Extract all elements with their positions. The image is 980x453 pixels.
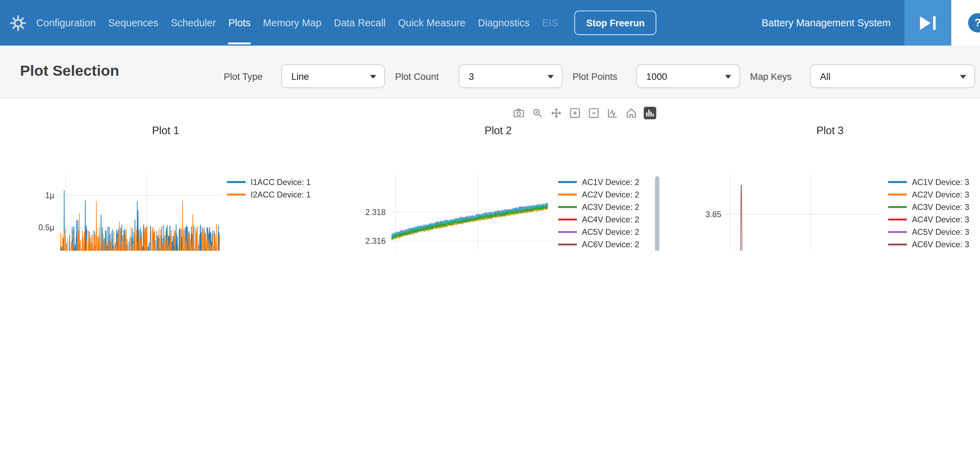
legend-scrollbar[interactable] [655, 176, 660, 251]
plot-3-canvas[interactable]: 3.853.83.755001000 [684, 169, 897, 251]
zoom-out-icon[interactable] [588, 107, 600, 119]
plot-type-label: Plot Type [224, 71, 262, 82]
legend-entry[interactable]: I1ACC Device: 1 [227, 176, 311, 188]
legend-swatch [888, 206, 907, 207]
map-keys-select[interactable]: All [810, 64, 975, 88]
legend-label: AC4V Device: 2 [582, 214, 639, 224]
plot-title: Plot 1 [152, 125, 179, 137]
series-line [392, 205, 548, 239]
legend-label: AC1V Device: 3 [912, 177, 969, 186]
legend-label: AC2V Device: 2 [582, 190, 639, 199]
nav-item-data-recall[interactable]: Data Recall [334, 0, 385, 46]
legend-entry[interactable]: AC7V Device: 2 [558, 250, 644, 251]
plot-points-label: Plot Points [572, 71, 617, 82]
y-tick-label: 3.85 [706, 210, 722, 219]
chevron-down-icon [960, 75, 966, 79]
battery-management-app: ConfigurationSequencesSchedulerPlotsMemo… [0, 0, 980, 251]
nav-item-quick-measure[interactable]: Quick Measure [398, 0, 465, 46]
legend-swatch [227, 193, 246, 195]
chevron-down-icon [725, 75, 731, 79]
app-title: Battery Management System [762, 17, 891, 29]
legend-label: AC6V Device: 2 [582, 240, 639, 249]
legend-entry[interactable]: AC1V Device: 2 [558, 176, 644, 188]
legend-label: AC5V Device: 3 [912, 227, 969, 236]
nav-items: ConfigurationSequencesSchedulerPlotsMemo… [37, 0, 558, 46]
nav-item-configuration[interactable]: Configuration [37, 0, 96, 46]
legend-entry[interactable]: AC5V Device: 2 [558, 225, 644, 238]
legend-swatch [888, 231, 907, 232]
legend-entry[interactable]: AC3V Device: 2 [558, 201, 644, 213]
legend-entry[interactable]: AC2V Device: 3 [888, 188, 969, 201]
chevron-down-icon [547, 75, 554, 79]
y-tick-label: 0.5µ [38, 223, 54, 232]
series-line [392, 206, 548, 240]
legend-entry[interactable]: AC7V Device: 3 [888, 250, 969, 251]
help-label: ? [974, 17, 980, 29]
legend-swatch [558, 181, 577, 182]
legend-label: AC3V Device: 2 [582, 202, 639, 211]
legend-swatch [888, 181, 907, 182]
pan-icon[interactable] [550, 107, 562, 119]
legend-swatch [558, 231, 577, 232]
series-line [727, 185, 880, 251]
nav-item-memory-map[interactable]: Memory Map [263, 0, 321, 46]
legend-swatch [558, 218, 577, 220]
legend-label: I2ACC Device: 1 [251, 190, 311, 199]
plotly-modebar [512, 107, 656, 119]
nav-item-sequences[interactable]: Sequences [108, 0, 159, 46]
help-button[interactable]: ? [968, 13, 980, 33]
y-tick-label: 1µ [45, 191, 55, 200]
series-line [392, 206, 548, 239]
nav-item-plots[interactable]: Plots [228, 0, 251, 46]
legend-entry[interactable]: I2ACC Device: 1 [227, 188, 311, 201]
plot-2-canvas[interactable]: 2.3182.3162.3142.3122.312.3085001000 [350, 169, 562, 251]
legend-label: AC5V Device: 2 [582, 227, 639, 236]
legend-swatch [558, 193, 577, 195]
plot-type-select[interactable]: Line [282, 64, 385, 88]
plot-count-value: 3 [469, 71, 474, 82]
legend-entry[interactable]: AC1V Device: 3 [888, 176, 969, 188]
legend-label: AC1V Device: 2 [582, 177, 639, 186]
y-tick-label: 2.318 [366, 208, 386, 217]
nav-item-scheduler[interactable]: Scheduler [170, 0, 216, 46]
legend-entry[interactable]: AC6V Device: 3 [888, 238, 969, 250]
gear-icon[interactable] [10, 14, 26, 31]
legend-label: AC4V Device: 3 [912, 214, 969, 224]
legend-entry[interactable]: AC4V Device: 2 [558, 213, 644, 225]
map-keys-value: All [820, 71, 830, 82]
legend-swatch [888, 243, 907, 245]
nav-item-eis[interactable]: EIS [542, 0, 558, 46]
plot-points-select[interactable]: 1000 [636, 64, 740, 88]
nav-item-diagnostics[interactable]: Diagnostics [478, 0, 530, 46]
plot-3-legend: AC1V Device: 3AC2V Device: 3AC3V Device:… [888, 176, 969, 251]
legend-entry[interactable]: AC2V Device: 2 [558, 188, 644, 201]
autoscale-icon[interactable] [606, 107, 619, 119]
legend-label: AC2V Device: 3 [912, 190, 969, 199]
plot-title: Plot 2 [484, 125, 512, 137]
legend-entry[interactable]: AC4V Device: 3 [888, 213, 969, 225]
legend-label: AC6V Device: 3 [912, 240, 969, 249]
spikelines-toggle-icon[interactable] [644, 107, 656, 119]
stop-freerun-button[interactable]: Stop Freerun [574, 11, 657, 35]
zoom-in-icon[interactable] [569, 107, 581, 119]
legend-entry[interactable]: AC3V Device: 3 [888, 201, 969, 213]
reset-axes-icon[interactable] [625, 107, 637, 119]
legend-swatch [888, 193, 907, 195]
plot-title: Plot 3 [816, 125, 844, 137]
plot-count-select[interactable]: 3 [459, 64, 563, 88]
zoom-icon[interactable] [531, 107, 544, 119]
legend-entry[interactable]: AC6V Device: 2 [558, 238, 644, 250]
camera-icon[interactable] [512, 107, 525, 119]
legend-entry[interactable]: AC5V Device: 3 [888, 225, 969, 238]
play-button[interactable] [904, 0, 951, 46]
legend-swatch [227, 181, 246, 182]
plot-2-legend: AC1V Device: 2AC2V Device: 2AC3V Device:… [558, 176, 644, 251]
top-nav: ConfigurationSequencesSchedulerPlotsMemo… [0, 0, 951, 46]
play-icon [920, 16, 931, 30]
legend-label: I1ACC Device: 1 [251, 177, 311, 186]
plot-count-label: Plot Count [395, 71, 439, 82]
y-tick-label: 2.316 [366, 236, 386, 246]
plot-points-value: 1000 [646, 71, 667, 82]
map-keys-label: Map Keys [750, 71, 791, 82]
play-bar-icon [933, 16, 936, 30]
